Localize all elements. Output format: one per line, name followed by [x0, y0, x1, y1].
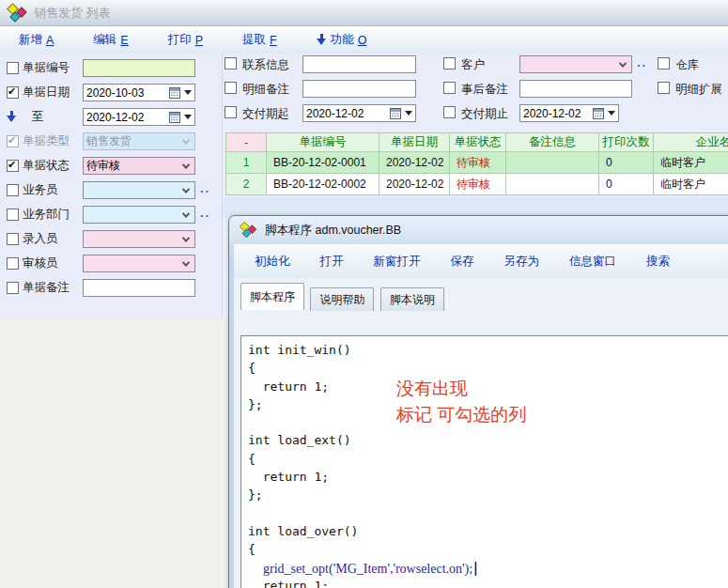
salesperson-more-button[interactable]: .. — [200, 181, 210, 195]
dropdown-arrow-icon[interactable] — [184, 115, 192, 123]
checkbox-doc-status[interactable] — [7, 160, 19, 172]
grid-header-doc-number[interactable]: 单据编号 — [267, 133, 379, 152]
code-editor[interactable]: int init_win() { return 1; }; int load_e… — [240, 335, 728, 588]
main-window-titlebar[interactable]: 销售发货 列表 — [0, 0, 728, 26]
edit-button[interactable]: 编辑E — [93, 32, 128, 48]
dropdown-arrow-icon[interactable] — [608, 111, 615, 119]
grid-row-1[interactable]: 1 BB-20-12-02-0001 2020-12-02 待审核 0 临时客户 — [226, 152, 728, 174]
save-button[interactable]: 保存 — [451, 254, 474, 270]
chevron-down-icon[interactable] — [182, 258, 190, 266]
extract-button[interactable]: 提取F — [242, 32, 277, 48]
chevron-down-icon[interactable] — [182, 185, 190, 193]
checkbox-department[interactable] — [7, 209, 19, 221]
grid-header-doc-date[interactable]: 单据日期 — [379, 133, 450, 152]
cell-print-count[interactable]: 0 — [599, 152, 654, 174]
checkbox-warehouse[interactable] — [658, 57, 670, 70]
delivery-start-input[interactable]: 2020-12-02 — [302, 104, 416, 122]
tab-script-program[interactable]: 脚本程序 — [240, 283, 304, 310]
customer-more-button[interactable]: .. — [637, 55, 647, 70]
chevron-down-icon[interactable] — [182, 209, 190, 217]
row-number[interactable]: 1 — [226, 152, 267, 174]
function-button-label: 功能 — [331, 32, 354, 48]
dialog-titlebar[interactable]: 脚本程序 adm.voucher.BB — [229, 216, 728, 244]
checkbox-contact-info[interactable] — [225, 57, 237, 70]
label-doc-number: 单据编号 — [23, 60, 70, 76]
contact-info-input[interactable] — [302, 55, 416, 73]
doc-status-value: 待审核 — [86, 158, 120, 174]
label-after-remark: 事后备注 — [461, 82, 508, 98]
row-number[interactable]: 2 — [226, 174, 267, 195]
checkbox-doc-number[interactable] — [7, 62, 19, 74]
detail-remark-input[interactable] — [302, 80, 416, 98]
salesperson-combo[interactable] — [83, 181, 195, 199]
cell-doc-status[interactable]: 待审核 — [450, 152, 506, 174]
customer-combo[interactable] — [519, 55, 632, 73]
grid-header-remark[interactable]: 备注信息 — [506, 133, 599, 152]
checkbox-salesperson[interactable] — [7, 184, 19, 196]
checkbox-auditor[interactable] — [7, 257, 19, 270]
doc-remark-input[interactable] — [83, 279, 195, 297]
cell-doc-number[interactable]: BB-20-12-02-0002 — [267, 174, 379, 195]
tab-help[interactable]: 说明帮助 — [310, 287, 374, 311]
doc-type-combo[interactable]: 销售发货 — [83, 132, 195, 150]
calendar-icon[interactable] — [169, 87, 180, 99]
cell-doc-date[interactable]: 2020-12-02 — [379, 152, 450, 174]
checkbox-delivery-end[interactable] — [443, 106, 456, 118]
extract-button-label: 提取 — [242, 32, 266, 48]
cell-remark[interactable] — [506, 152, 599, 174]
checkbox-detail-remark[interactable] — [225, 82, 237, 94]
extract-button-hotkey: F — [270, 34, 277, 47]
tab-script-description[interactable]: 脚本说明 — [380, 287, 444, 311]
checkbox-doc-type[interactable] — [7, 135, 19, 147]
search-button[interactable]: 搜索 — [646, 254, 670, 270]
dropdown-arrow-icon[interactable] — [405, 111, 412, 119]
cell-doc-number[interactable]: BB-20-12-02-0001 — [267, 152, 379, 174]
delivery-end-input[interactable]: 2020-12-02 — [519, 104, 619, 122]
chevron-down-icon[interactable] — [182, 161, 190, 168]
cell-company[interactable]: 临时客户 — [654, 152, 728, 174]
cell-doc-status[interactable]: 待审核 — [450, 174, 506, 195]
checkbox-doc-date[interactable] — [7, 86, 19, 99]
new-button[interactable]: 新增A — [19, 32, 54, 48]
open-button[interactable]: 打开 — [320, 254, 344, 270]
doc-number-input[interactable] — [83, 59, 195, 77]
checkbox-customer[interactable] — [443, 57, 456, 70]
entry-clerk-combo[interactable] — [83, 230, 195, 248]
calendar-icon[interactable] — [169, 112, 180, 123]
open-new-window-button[interactable]: 新窗打开 — [374, 254, 421, 270]
chevron-down-icon[interactable] — [619, 59, 627, 67]
department-combo[interactable] — [83, 206, 195, 224]
dialog-title: 脚本程序 adm.voucher.BB — [265, 223, 401, 239]
doc-date-to-input[interactable]: 2020-12-02 — [83, 108, 195, 126]
grid-header-corner[interactable]: - — [226, 133, 267, 152]
calendar-icon[interactable] — [593, 108, 604, 119]
department-more-button[interactable]: .. — [200, 206, 210, 220]
dropdown-arrow-icon[interactable] — [184, 90, 192, 99]
after-remark-input[interactable] — [519, 80, 632, 98]
initialize-button[interactable]: 初始化 — [255, 254, 290, 270]
save-as-button[interactable]: 另存为 — [504, 254, 540, 270]
delivery-start-value: 2020-12-02 — [306, 107, 364, 120]
cell-remark[interactable] — [506, 174, 599, 195]
checkbox-doc-remark[interactable] — [7, 282, 19, 294]
grid-header-print-count[interactable]: 打印次数 — [599, 133, 654, 152]
cell-print-count[interactable]: 0 — [599, 174, 654, 195]
checkbox-entry-clerk[interactable] — [7, 233, 19, 245]
cell-company[interactable]: 临时客户 — [654, 174, 728, 195]
grid-header-company[interactable]: 企业名称 — [654, 133, 728, 152]
cell-doc-date[interactable]: 2020-12-02 — [379, 174, 450, 195]
calendar-icon[interactable] — [390, 108, 401, 119]
checkbox-delivery-start[interactable] — [225, 106, 237, 118]
auditor-combo[interactable] — [83, 255, 195, 272]
grid-row-2[interactable]: 2 BB-20-12-02-0002 2020-12-02 待审核 0 临时客户 — [226, 174, 728, 195]
checkbox-detail-expand[interactable] — [658, 82, 670, 94]
chevron-down-icon[interactable] — [182, 234, 190, 241]
info-window-button[interactable]: 信息窗口 — [569, 254, 616, 270]
grid-header-doc-status[interactable]: 单据状态 — [450, 133, 506, 152]
label-date-to: 至 — [32, 109, 44, 125]
checkbox-after-remark[interactable] — [443, 82, 456, 94]
function-button[interactable]: 功能O — [317, 32, 367, 48]
doc-status-combo[interactable]: 待审核 — [83, 157, 195, 175]
doc-date-from-input[interactable]: 2020-10-03 — [83, 84, 195, 101]
print-button[interactable]: 打印P — [168, 32, 203, 48]
